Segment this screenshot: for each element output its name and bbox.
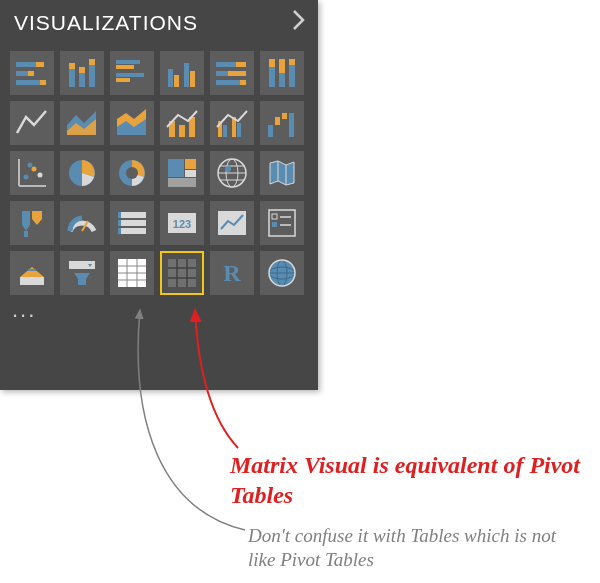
svg-rect-44: [275, 117, 280, 125]
svg-rect-5: [40, 80, 46, 85]
svg-rect-72: [118, 220, 121, 226]
funnel-icon[interactable]: [10, 201, 54, 245]
scatter-chart-icon[interactable]: [10, 151, 54, 195]
svg-rect-21: [236, 62, 246, 67]
svg-marker-83: [20, 267, 44, 277]
svg-rect-43: [268, 125, 273, 137]
gauge-icon[interactable]: [60, 201, 104, 245]
svg-rect-25: [240, 80, 246, 85]
stacked-bar-chart-icon[interactable]: [10, 51, 54, 95]
svg-rect-42: [237, 123, 241, 137]
arcgis-map-icon[interactable]: [260, 251, 304, 295]
donut-chart-icon[interactable]: [110, 151, 154, 195]
svg-rect-2: [16, 71, 28, 76]
svg-rect-82: [20, 277, 44, 285]
map-icon[interactable]: [210, 151, 254, 195]
svg-rect-70: [118, 228, 146, 234]
svg-text:123: 123: [173, 218, 191, 230]
more-visuals-icon[interactable]: ...: [0, 295, 318, 321]
matrix-icon[interactable]: [160, 251, 204, 295]
clustered-column-chart-icon[interactable]: [160, 51, 204, 95]
svg-rect-31: [289, 59, 295, 65]
slicer-icon[interactable]: [260, 201, 304, 245]
svg-rect-17: [174, 75, 179, 87]
line-stacked-column-chart-icon[interactable]: [160, 101, 204, 145]
annotation-sub: Don't confuse it with Tables which is no…: [248, 524, 588, 572]
visualizations-panel: VISUALIZATIONS: [0, 0, 318, 390]
svg-point-51: [38, 173, 43, 178]
svg-rect-66: [24, 231, 28, 237]
svg-point-65: [225, 166, 231, 172]
kpi-icon[interactable]: [210, 201, 254, 245]
svg-rect-16: [168, 69, 173, 87]
combo-chart-icon[interactable]: [10, 251, 54, 295]
hundred-stacked-column-chart-icon[interactable]: [260, 51, 304, 95]
svg-rect-57: [185, 159, 196, 169]
line-chart-icon[interactable]: [10, 101, 54, 145]
waterfall-chart-icon[interactable]: [260, 101, 304, 145]
panel-header[interactable]: VISUALIZATIONS: [0, 0, 318, 45]
svg-rect-1: [36, 62, 44, 67]
panel-title: VISUALIZATIONS: [14, 11, 198, 35]
svg-rect-19: [190, 71, 195, 87]
svg-point-50: [32, 167, 37, 172]
svg-rect-3: [28, 71, 34, 76]
svg-rect-13: [116, 65, 134, 69]
treemap-icon[interactable]: [160, 151, 204, 195]
svg-rect-7: [69, 63, 75, 69]
svg-rect-29: [279, 59, 285, 73]
svg-rect-8: [79, 73, 85, 87]
svg-rect-69: [118, 220, 146, 226]
svg-rect-40: [223, 125, 227, 137]
svg-point-55: [126, 167, 138, 179]
stacked-area-chart-icon[interactable]: [110, 101, 154, 145]
pie-chart-icon[interactable]: [60, 151, 104, 195]
svg-rect-93: [168, 259, 196, 287]
svg-rect-4: [16, 80, 40, 85]
visuals-grid: 123 R: [0, 45, 318, 295]
svg-point-49: [24, 175, 29, 180]
svg-rect-59: [168, 178, 196, 187]
svg-rect-71: [118, 212, 121, 218]
r-script-visual-icon[interactable]: R: [210, 251, 254, 295]
svg-rect-46: [289, 113, 294, 137]
svg-rect-80: [272, 222, 277, 227]
svg-rect-37: [179, 125, 185, 137]
svg-rect-45: [282, 113, 287, 119]
card-icon[interactable]: 123: [160, 201, 204, 245]
stacked-column-chart-icon[interactable]: [60, 51, 104, 95]
svg-rect-68: [118, 212, 146, 218]
svg-rect-9: [79, 67, 85, 73]
line-clustered-column-chart-icon[interactable]: [210, 101, 254, 145]
svg-rect-73: [118, 228, 121, 234]
svg-point-52: [28, 163, 33, 168]
svg-rect-12: [116, 60, 140, 64]
svg-rect-6: [69, 69, 75, 87]
svg-rect-23: [228, 71, 246, 76]
slicer-dropdown-icon[interactable]: [60, 251, 104, 295]
svg-rect-0: [16, 62, 36, 67]
hundred-stacked-bar-chart-icon[interactable]: [210, 51, 254, 95]
svg-rect-15: [116, 78, 130, 82]
svg-rect-27: [269, 59, 275, 67]
annotation-main: Matrix Visual is equivalent of Pivot Tab…: [230, 450, 590, 510]
svg-rect-84: [28, 269, 36, 271]
area-chart-icon[interactable]: [60, 101, 104, 145]
multi-row-card-icon[interactable]: [110, 201, 154, 245]
table-icon[interactable]: [110, 251, 154, 295]
filled-map-icon[interactable]: [260, 151, 304, 195]
svg-rect-58: [185, 170, 196, 177]
svg-rect-10: [89, 65, 95, 87]
chevron-right-icon: [292, 9, 306, 37]
svg-rect-14: [116, 73, 144, 77]
clustered-bar-chart-icon[interactable]: [110, 51, 154, 95]
svg-rect-56: [168, 159, 184, 177]
svg-text:R: R: [223, 260, 241, 286]
svg-rect-78: [272, 214, 277, 219]
svg-rect-18: [184, 63, 189, 87]
svg-rect-11: [89, 59, 95, 65]
